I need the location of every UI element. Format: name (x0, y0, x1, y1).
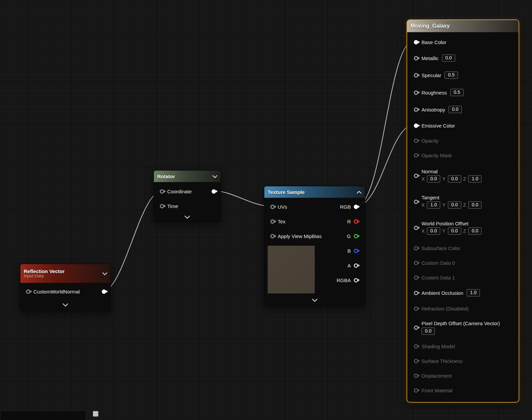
value-specular[interactable]: 0.5 (445, 71, 458, 79)
mg-row-ambient-occlusion: Ambient Occlusion 1.0 (414, 285, 516, 301)
input-pin-refraction[interactable] (414, 306, 418, 311)
output-pin-a[interactable] (354, 263, 358, 268)
input-pin-ambient-occlusion[interactable] (414, 291, 418, 295)
pin-label: RGB (340, 204, 351, 210)
input-pin-time[interactable] (160, 204, 164, 208)
node-header[interactable]: Reflection Vector Input Data (20, 264, 110, 283)
partial-checkbox[interactable] (93, 411, 98, 417)
mg-row-world-position-offset: World Position Offset X 0.0 Y 0.0 Z 0.0 (414, 215, 516, 241)
output-pin-reflection-vector[interactable] (102, 289, 106, 294)
input-pin-tangent[interactable] (414, 200, 418, 204)
input-pin-custom-data-0[interactable] (414, 261, 418, 265)
pin-label: G (347, 233, 351, 239)
value-anisotropy[interactable]: 0.0 (449, 106, 462, 113)
texture-preview (268, 246, 315, 293)
node-header[interactable]: Moving_Galaxy (407, 20, 519, 32)
wire-rgb-to-basecolor[interactable] (356, 40, 415, 206)
output-pin-b[interactable] (354, 249, 358, 253)
node-header[interactable]: Rotator (154, 171, 221, 182)
pin-label: Ambient Occlusion (422, 290, 463, 296)
value-ambient-occlusion[interactable]: 1.0 (467, 289, 480, 296)
input-pin-shading-model[interactable] (414, 344, 418, 349)
pin-row-a: A (336, 258, 358, 273)
output-pin-r[interactable] (354, 219, 358, 224)
input-pin-customworldnormal[interactable] (26, 289, 30, 294)
chevron-up-icon[interactable] (357, 189, 361, 195)
expand-advanced-chevron-icon[interactable] (63, 302, 68, 308)
input-pin-emissive-color[interactable] (414, 124, 418, 128)
axis-x-label: X (422, 176, 425, 182)
input-pin-pixel-depth-offset[interactable] (414, 326, 418, 330)
value-tangent-z[interactable]: 0.0 (468, 201, 482, 209)
value-normal-y[interactable]: 0.0 (448, 175, 461, 183)
axis-z-label: Z (463, 176, 466, 182)
mg-row-surface-thickness: Surface Thickness (414, 354, 516, 368)
node-rotator[interactable]: Rotator Coordinate Time (154, 170, 221, 222)
mg-row-metallic: Metallic 0.0 (414, 50, 516, 66)
value-normal-z[interactable]: 1.0 (468, 175, 482, 183)
chevron-down-icon[interactable] (213, 173, 217, 179)
pin-label: UVs (278, 204, 287, 210)
pin-row-b: B (336, 243, 358, 258)
mg-row-displacement: Displacement (414, 368, 516, 383)
input-pin-specular[interactable] (414, 73, 418, 77)
mg-row-opacity-mask: Opacity Mask (414, 148, 516, 163)
input-pin-surface-thickness[interactable] (414, 359, 418, 363)
input-pin-opacity[interactable] (414, 139, 418, 143)
node-title: Moving_Galaxy (411, 23, 450, 29)
mg-row-refraction: Refraction (Disabled) (414, 301, 516, 316)
mg-row-base-color: Base Color (414, 34, 516, 50)
value-tangent-x[interactable]: 1.0 (427, 201, 440, 209)
output-pin-rgb[interactable] (354, 205, 358, 209)
value-normal-x[interactable]: 0.0 (427, 175, 440, 183)
pin-label: Tangent (422, 195, 439, 200)
value-tangent-y[interactable]: 0.0 (448, 201, 461, 209)
input-pin-opacity-mask[interactable] (414, 153, 418, 158)
input-pin-uvs[interactable] (270, 205, 275, 209)
value-wpo-z[interactable]: 0.0 (468, 227, 482, 235)
input-pin-normal[interactable] (414, 174, 418, 178)
input-pin-front-material[interactable] (414, 388, 418, 393)
axis-y-label: Y (442, 202, 445, 208)
output-pin-g[interactable] (354, 234, 358, 238)
node-texture-sample[interactable]: Texture Sample UVs Tex Apply View MipBia… (264, 186, 365, 305)
input-pin-base-color[interactable] (414, 40, 418, 44)
pin-label: Opacity (422, 138, 439, 144)
input-pin-metallic[interactable] (414, 56, 418, 60)
input-pin-subsurface-color[interactable] (414, 246, 418, 250)
input-pin-apply-view-mipbias[interactable] (270, 234, 275, 238)
mg-row-pixel-depth-offset: Pixel Depth Offset (Camera Vector) 0.0 (414, 316, 516, 339)
value-pixel-depth-offset[interactable]: 0.0 (422, 328, 435, 335)
value-wpo-y[interactable]: 0.0 (448, 227, 461, 235)
value-wpo-x[interactable]: 0.0 (427, 227, 440, 235)
input-pin-tex[interactable] (270, 219, 275, 224)
pin-label: Normal (422, 169, 438, 174)
mg-row-custom-data-0: Custom Data 0 (414, 255, 516, 270)
pin-label: B (347, 248, 351, 254)
node-header[interactable]: Texture Sample (264, 186, 365, 198)
output-pin-rgba[interactable] (354, 278, 358, 282)
node-reflection-vector[interactable]: Reflection Vector Input Data CustomWorld… (20, 264, 111, 311)
partial-bottom-panel[interactable] (0, 411, 86, 420)
value-roughness[interactable]: 0.5 (450, 89, 464, 96)
input-pin-roughness[interactable] (414, 90, 418, 95)
input-pin-anisotropy[interactable] (414, 108, 418, 112)
pin-row-time: Time (154, 199, 221, 213)
chevron-down-icon[interactable] (102, 270, 107, 276)
pin-label: Specular (422, 72, 441, 78)
input-pin-coordinate[interactable] (160, 189, 164, 194)
mg-row-anisotropy: Anisotropy 0.0 (414, 101, 516, 118)
expand-advanced-chevron-icon[interactable] (185, 214, 190, 220)
input-pin-world-position-offset[interactable] (414, 226, 418, 230)
input-pin-custom-data-1[interactable] (414, 275, 418, 280)
output-pin-rotator[interactable] (212, 189, 216, 194)
value-metallic[interactable]: 0.0 (442, 54, 455, 62)
input-pin-displacement[interactable] (414, 374, 418, 378)
node-moving-galaxy[interactable]: Moving_Galaxy Base Color Metallic 0.0 Sp… (407, 19, 519, 403)
pin-row-r: R (336, 214, 358, 229)
pin-label: Base Color (422, 39, 446, 45)
pin-label: Shading Model (422, 344, 455, 349)
expand-advanced-chevron-icon[interactable] (312, 297, 317, 303)
mg-row-opacity: Opacity (414, 133, 516, 148)
pin-label: Pixel Depth Offset (Camera Vector) (422, 321, 500, 326)
